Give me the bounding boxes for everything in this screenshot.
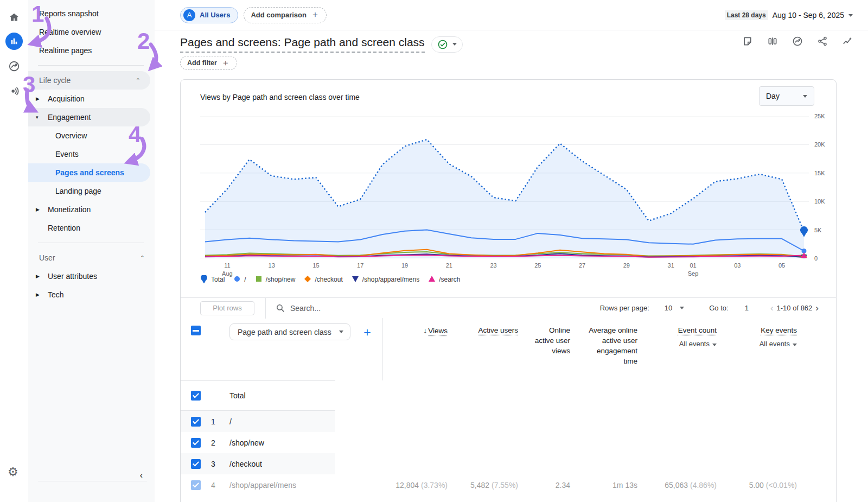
column-header-average-online-active-user-engagement-time[interactable]: Average online active user engagement ti… — [579, 318, 646, 380]
square-icon — [255, 275, 263, 283]
sidebar-item-monetization[interactable]: ▶ Monetization — [28, 200, 155, 219]
column-header-label: Active users — [478, 326, 518, 334]
expand-arrow-icon[interactable]: ▶ — [36, 207, 40, 212]
sidebar-item-label: Overview — [55, 131, 87, 140]
sidebar-section-user[interactable]: User ⌃ — [28, 249, 155, 267]
page-title[interactable]: Pages and screens: Page path and screen … — [180, 36, 425, 53]
sidebar-item-user-attributes[interactable]: ▶ User attributes — [28, 267, 155, 285]
sidebar-item-realtime-overview[interactable]: Realtime overview — [28, 23, 155, 41]
chevron-up-icon[interactable]: ⌃ — [140, 255, 145, 262]
next-page-icon[interactable]: › — [812, 303, 822, 314]
reports-icon[interactable] — [5, 33, 23, 50]
sidebar-item-label: Events — [55, 150, 79, 158]
column-header-key-events[interactable]: Key eventsAll events — [725, 318, 806, 380]
chevron-down-icon[interactable] — [680, 307, 684, 309]
row-checkbox[interactable] — [191, 438, 201, 448]
row-number: 3 — [211, 460, 229, 468]
sidebar-item-overview[interactable]: Overview — [28, 126, 155, 145]
legend-label: / — [244, 276, 246, 283]
sidebar-item-realtime-pages[interactable]: Realtime pages — [28, 41, 155, 60]
settings-gear-icon[interactable]: ⚙ — [8, 465, 18, 479]
row-checkbox[interactable] — [191, 417, 201, 427]
row-checkbox[interactable] — [191, 480, 201, 490]
sidebar-item-tech[interactable]: ▶ Tech — [28, 285, 155, 304]
sidebar-item-reports-snapshot[interactable]: Reports snapshot — [28, 4, 155, 23]
legend-item[interactable]: /checkout — [304, 275, 342, 283]
sidebar-item-retention[interactable]: Retention — [28, 219, 155, 237]
sidebar-item-label: Monetization — [48, 205, 91, 214]
add-filter-button[interactable]: Add filter ＋ — [180, 56, 237, 70]
chevron-up-icon[interactable]: ⌃ — [136, 77, 141, 84]
column-header-online-active-user-views[interactable]: Online active user views — [527, 318, 579, 380]
chevron-down-icon — [793, 344, 797, 346]
plot-rows-button[interactable]: Plot rows — [200, 301, 254, 315]
column-header-views[interactable]: ↓Views — [375, 318, 456, 380]
select-all-checkbox[interactable] — [191, 326, 201, 335]
legend-item[interactable]: Total — [200, 275, 225, 283]
previous-page-icon[interactable]: ‹ — [767, 303, 777, 314]
chevron-down-icon — [339, 331, 343, 333]
sidebar-section-life-cycle[interactable]: Life cycle ⌃ — [28, 71, 150, 90]
metric-cell: 1m 13s — [579, 481, 646, 490]
page-path-cell[interactable]: /shop/apparel/mens — [229, 481, 375, 490]
row-checkbox[interactable] — [191, 391, 201, 401]
sidebar-item-pages-and-screens[interactable]: Pages and screens — [28, 163, 150, 182]
sidebar-item-label: Reports snapshot — [39, 9, 99, 18]
report-status-badge[interactable] — [431, 36, 463, 53]
sidebar-item-landing-page[interactable]: Landing page — [28, 182, 155, 200]
explore-icon[interactable] — [5, 58, 23, 75]
x-axis-tick-label: 01Sep — [681, 262, 705, 278]
analytics-intelligence-icon[interactable] — [842, 36, 853, 47]
column-header-active-users[interactable]: Active users — [456, 318, 527, 380]
insights-explore-icon[interactable] — [792, 36, 803, 47]
expand-arrow-icon[interactable]: ▶ — [36, 292, 40, 297]
comparisons-icon[interactable] — [767, 36, 778, 47]
legend-item[interactable]: /shop/new — [255, 275, 296, 283]
y-axis-tick-label: 15K — [814, 170, 831, 176]
notes-icon[interactable] — [742, 36, 753, 47]
report-card: Views by Page path and screen class over… — [180, 79, 837, 502]
event-type-select[interactable]: All events — [727, 339, 797, 349]
legend-label: Total — [211, 276, 225, 283]
granularity-select[interactable]: Day — [759, 86, 814, 106]
sidebar-item-events[interactable]: Events — [28, 145, 155, 163]
row-checkbox[interactable] — [191, 459, 201, 469]
reports-sidebar: Reports snapshot Realtime overview Realt… — [28, 0, 155, 502]
add-dimension-icon[interactable]: ＋ — [361, 323, 373, 340]
legend-item[interactable]: /shop/apparel/mens — [352, 275, 419, 283]
column-header-event-count[interactable]: Event countAll events — [646, 318, 725, 380]
search-input[interactable] — [290, 304, 388, 313]
all-users-chip[interactable]: A All Users — [180, 7, 238, 23]
add-comparison-label: Add comparison — [251, 11, 307, 19]
table-total-row: Total343,658100% of total72,624100% of t… — [181, 380, 836, 411]
metric-cell: 12,804 (3.73%) — [375, 481, 456, 490]
date-range-picker[interactable]: Last 28 days Aug 10 - Sep 6, 2025 — [725, 0, 853, 30]
add-comparison-button[interactable]: Add comparison ＋ — [244, 7, 327, 23]
go-to-value[interactable]: 1 — [745, 304, 749, 312]
x-axis-tick-label: 17 — [348, 262, 372, 270]
sidebar-divider — [38, 65, 144, 66]
share-icon[interactable] — [817, 36, 828, 47]
plus-icon: ＋ — [311, 9, 320, 21]
expand-arrow-icon[interactable]: ▶ — [36, 96, 40, 101]
sidebar-item-label: Pages and screens — [55, 168, 124, 177]
event-type-select[interactable]: All events — [648, 339, 717, 349]
header-checkbox-cell — [181, 318, 211, 380]
dimension-select[interactable]: Page path and screen class — [229, 323, 350, 340]
home-icon[interactable] — [5, 9, 23, 26]
collapse-arrow-icon[interactable]: ▾ — [36, 115, 39, 120]
legend-item[interactable]: /search — [428, 275, 460, 283]
sidebar-item-label: Landing page — [55, 187, 101, 195]
advertising-icon[interactable] — [5, 82, 23, 100]
sidebar-section-label: Life cycle — [39, 76, 71, 85]
legend-label: /shop/apparel/mens — [362, 276, 419, 283]
sidebar-item-engagement[interactable]: ▾ Engagement — [28, 108, 150, 126]
row-number: 2 — [211, 439, 229, 447]
legend-item[interactable]: / — [233, 275, 246, 283]
collapse-sidebar-icon[interactable]: ‹ — [140, 471, 143, 480]
sidebar-item-acquisition[interactable]: ▶ Acquisition — [28, 90, 155, 108]
chevron-down-icon — [803, 95, 807, 98]
expand-arrow-icon[interactable]: ▶ — [36, 274, 40, 279]
rows-per-page-value[interactable]: 10 — [665, 304, 672, 312]
x-axis-tick-label: 19 — [393, 262, 417, 270]
